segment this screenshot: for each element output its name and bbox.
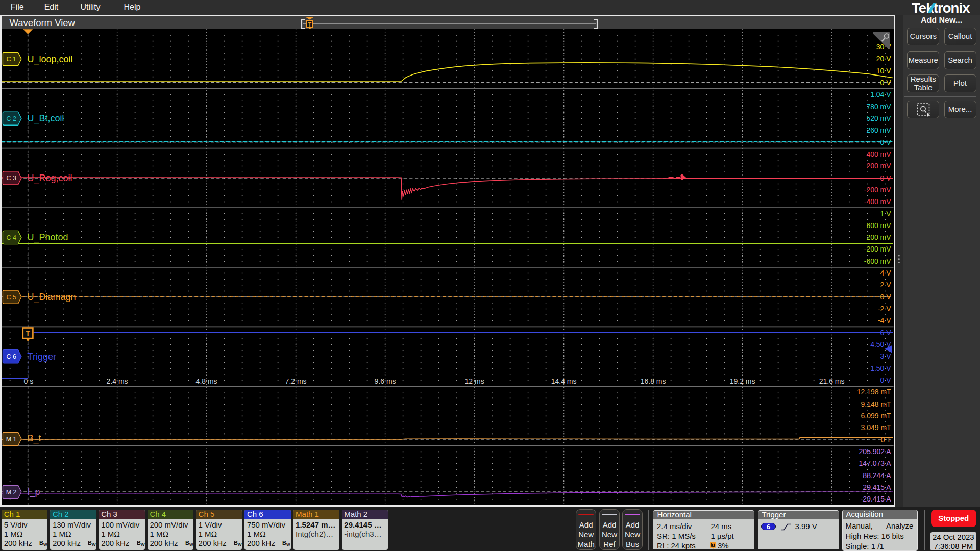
svg-text:I_p: I_p — [28, 486, 40, 497]
svg-text:-400 mV: -400 mV — [864, 197, 892, 206]
svg-text:7.2 ms: 7.2 ms — [285, 377, 307, 385]
svg-text:0 T: 0 T — [881, 435, 891, 443]
svg-text:29.415 A: 29.415 A — [863, 483, 892, 491]
svg-text:U_Photod: U_Photod — [28, 232, 68, 243]
svg-text:C 6: C 6 — [7, 353, 16, 360]
svg-text:200 mV: 200 mV — [867, 162, 892, 170]
svg-text:147.073 A: 147.073 A — [859, 459, 892, 467]
svg-text:1 V: 1 V — [880, 209, 892, 217]
svg-text:6 V: 6 V — [880, 328, 892, 336]
svg-text:U_Bt,coil: U_Bt,coil — [28, 113, 64, 124]
svg-text:205.902 A: 205.902 A — [859, 447, 892, 456]
svg-text:520 mV: 520 mV — [867, 114, 892, 122]
svg-text:12.198 mT: 12.198 mT — [857, 388, 891, 396]
svg-text:1.04 V: 1.04 V — [871, 90, 892, 98]
svg-text:0 s: 0 s — [24, 377, 34, 385]
svg-text:C 2: C 2 — [7, 115, 16, 122]
svg-text:19.2 ms: 19.2 ms — [730, 377, 755, 385]
svg-text:M 2: M 2 — [6, 489, 17, 496]
svg-text:C 5: C 5 — [7, 293, 16, 300]
svg-text:3 V: 3 V — [880, 352, 892, 360]
svg-text:16.8 ms: 16.8 ms — [641, 377, 666, 385]
svg-text:-200 mV: -200 mV — [864, 245, 892, 253]
svg-text:600 mV: 600 mV — [867, 221, 892, 230]
svg-text:0 V: 0 V — [880, 138, 892, 146]
svg-text:-600 mV: -600 mV — [864, 257, 892, 265]
svg-text:0 V: 0 V — [880, 292, 892, 300]
svg-text:4 V: 4 V — [880, 269, 892, 277]
svg-text:-29.415 A: -29.415 A — [861, 495, 892, 503]
svg-text:88.244 A: 88.244 A — [863, 471, 892, 479]
svg-text:T: T — [308, 21, 312, 27]
svg-text:C 4: C 4 — [7, 234, 16, 241]
svg-text:12 ms: 12 ms — [465, 377, 484, 385]
svg-text:20 V: 20 V — [876, 55, 891, 63]
svg-text:M 1: M 1 — [6, 436, 17, 443]
svg-text:6.099 mT: 6.099 mT — [861, 412, 892, 420]
svg-text:U_Rog,coil: U_Rog,coil — [28, 173, 72, 184]
svg-text:1.50 V: 1.50 V — [871, 364, 892, 372]
svg-text:-2 V: -2 V — [878, 305, 891, 313]
svg-text:9.148 mT: 9.148 mT — [861, 399, 892, 408]
svg-text:21.6 ms: 21.6 ms — [819, 377, 845, 385]
svg-text:200 mV: 200 mV — [867, 233, 892, 241]
svg-text:780 mV: 780 mV — [867, 102, 892, 110]
svg-text:4.8 ms: 4.8 ms — [196, 377, 217, 385]
svg-text:B_t: B_t — [28, 433, 41, 444]
svg-text:-4 V: -4 V — [878, 316, 891, 324]
svg-text:14.4 ms: 14.4 ms — [551, 377, 577, 385]
svg-text:U_loop,coil: U_loop,coil — [28, 54, 73, 64]
svg-text:Trigger: Trigger — [28, 351, 56, 361]
svg-text:C 3: C 3 — [7, 174, 16, 182]
svg-text:4.50 V: 4.50 V — [871, 340, 892, 348]
svg-text:400 mV: 400 mV — [867, 150, 892, 158]
svg-text:0 V: 0 V — [880, 173, 892, 182]
svg-text:3.049 mT: 3.049 mT — [861, 423, 892, 432]
svg-text:T: T — [712, 542, 715, 547]
svg-text:9.6 ms: 9.6 ms — [375, 377, 396, 385]
svg-text:2.4 ms: 2.4 ms — [107, 377, 128, 385]
svg-text:C 1: C 1 — [7, 56, 16, 63]
svg-text:260 mV: 260 mV — [867, 126, 892, 134]
svg-text:U_Diamagn: U_Diamagn — [28, 292, 76, 303]
svg-text:-200 mV: -200 mV — [864, 186, 892, 194]
svg-text:2 V: 2 V — [880, 281, 892, 289]
svg-text:0 V: 0 V — [880, 79, 892, 87]
svg-text:10 V: 10 V — [876, 66, 891, 74]
svg-text:T: T — [26, 329, 31, 337]
svg-text:0 V: 0 V — [880, 376, 892, 384]
